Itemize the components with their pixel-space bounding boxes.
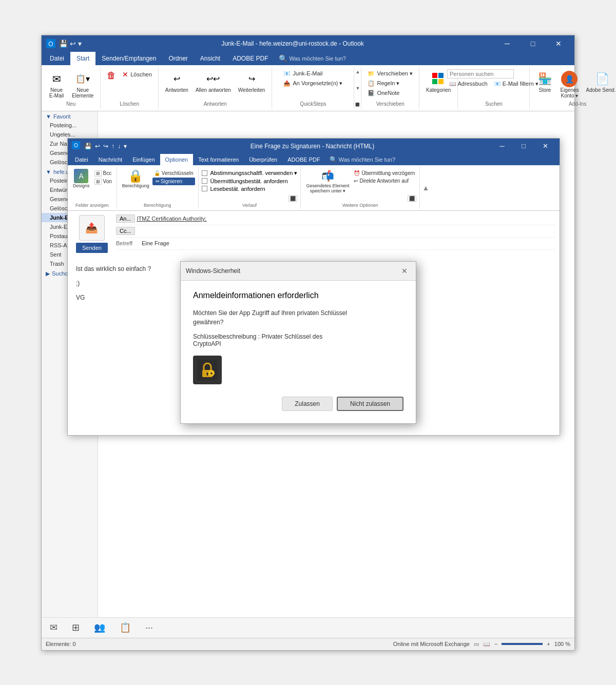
dialog-title-bar: Windows-Sicherheit ✕ [181, 262, 416, 281]
dialog-icon-area: ✦ [193, 356, 403, 384]
zulassen-btn[interactable]: Zulassen [282, 397, 333, 411]
dialog-key-description: Schlüsselbeschreibung : Privater Schlüss… [193, 333, 403, 347]
dialog-buttons: Zulassen Nicht zulassen [193, 397, 403, 413]
adobe-send-icon: 📄 [594, 71, 610, 87]
dialog-title-text: Windows-Sicherheit [186, 267, 398, 275]
windows-security-dialog: Windows-Sicherheit ✕ Anmeldeinformatione… [180, 261, 416, 424]
svg-rect-11 [207, 374, 208, 376]
dialog-content: Anmeldeinformationen erforderlich Möchte… [181, 281, 416, 423]
nicht-zulassen-btn[interactable]: Nicht zulassen [337, 397, 403, 411]
adobe-send-btn[interactable]: 📄 Adobe Send... [584, 69, 616, 94]
outlook-window: O 💾 ↩ ▾ Junk-E-Mail - hefe.weizen@uni-ro… [41, 35, 575, 651]
adobe-send-label: Adobe Send... [586, 87, 616, 93]
dialog-close-btn[interactable]: ✕ [398, 265, 411, 277]
dialog-question: Möchten Sie der App Zugriff auf Ihren pr… [193, 308, 403, 327]
svg-text:✦: ✦ [209, 371, 214, 376]
key-desc-label: Schlüsselbeschreibung : [193, 333, 261, 340]
lock-icon: ✦ [193, 356, 222, 384]
dialog-heading: Anmeldeinformationen erforderlich [193, 291, 403, 300]
dialog-overlay: Windows-Sicherheit ✕ Anmeldeinformatione… [42, 35, 574, 650]
